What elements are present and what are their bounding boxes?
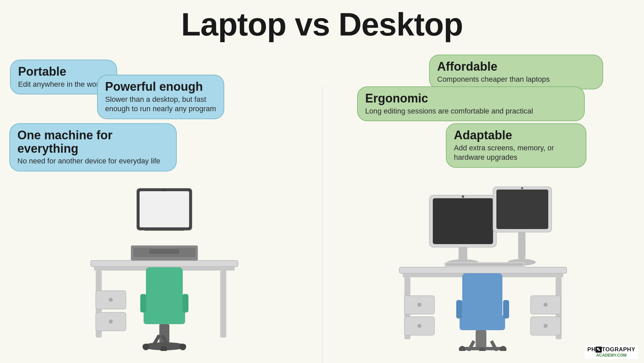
svg-rect-62	[503, 300, 509, 318]
watermark-camera-icon: ✎	[595, 347, 602, 353]
portable-subtitle: Edit anywhere in the world	[18, 80, 109, 89]
svg-rect-27	[182, 294, 188, 312]
svg-point-35	[417, 324, 421, 328]
svg-rect-41	[433, 198, 493, 244]
svg-rect-54	[476, 330, 486, 349]
desktop-scene	[389, 163, 577, 352]
svg-point-47	[521, 187, 523, 189]
watermark: PH✎TOGRAPHY ACADEMY.COM	[585, 345, 638, 359]
adaptable-bubble: Adaptable Add extra screens, memory, or …	[446, 123, 586, 168]
svg-point-37	[544, 303, 548, 307]
svg-rect-14	[140, 191, 189, 227]
svg-rect-3	[220, 271, 226, 338]
svg-rect-28	[399, 267, 567, 273]
svg-rect-0	[91, 261, 238, 267]
affordable-subtitle: Components cheaper than laptops	[437, 75, 595, 84]
svg-rect-17	[144, 309, 185, 324]
svg-point-58	[459, 346, 466, 351]
svg-rect-26	[140, 294, 146, 312]
affordable-title: Affordable	[437, 60, 595, 73]
svg-point-7	[109, 319, 113, 323]
svg-point-33	[417, 303, 421, 307]
svg-point-23	[143, 344, 149, 350]
adaptable-title: Adaptable	[454, 129, 578, 142]
powerful-title: Powerful enough	[105, 80, 216, 93]
svg-rect-52	[462, 273, 502, 317]
page-title: Laptop vs Desktop	[0, 0, 644, 43]
svg-point-5	[109, 298, 113, 302]
ergonomic-subtitle: Long editing sessions are comfortable an…	[365, 106, 577, 116]
one-machine-title: One machine for everything	[17, 129, 169, 155]
desktop-side: Affordable Components cheaper than lapto…	[322, 43, 644, 362]
svg-rect-51	[446, 263, 523, 266]
ergonomic-bubble: Ergonomic Long editing sessions are comf…	[357, 86, 585, 121]
laptop-side: Portable Edit anywhere in the world Powe…	[0, 43, 322, 362]
svg-point-39	[544, 324, 548, 328]
laptop-scene	[77, 163, 245, 352]
svg-rect-61	[456, 300, 462, 318]
ergonomic-title: Ergonomic	[365, 92, 577, 105]
svg-point-42	[462, 196, 464, 198]
svg-point-15	[163, 189, 165, 191]
watermark-tography: TOGRAPHY	[602, 346, 635, 353]
portable-title: Portable	[18, 65, 109, 78]
svg-rect-53	[460, 315, 505, 330]
svg-rect-43	[459, 247, 467, 261]
adaptable-subtitle: Add extra screens, memory, or hardware u…	[454, 143, 578, 162]
powerful-subtitle: Slower than a desktop, but fast enough t…	[105, 95, 216, 114]
svg-rect-48	[518, 232, 526, 259]
watermark-ph: PH	[587, 346, 596, 353]
svg-rect-11	[149, 249, 179, 254]
affordable-bubble: Affordable Components cheaper than lapto…	[429, 55, 603, 89]
watermark-sub: ACADEMY.COM	[587, 353, 635, 358]
svg-rect-46	[496, 190, 548, 229]
svg-rect-16	[146, 267, 183, 311]
powerful-bubble: Powerful enough Slower than a desktop, b…	[97, 75, 224, 119]
svg-point-24	[179, 344, 186, 350]
svg-point-59	[500, 346, 506, 351]
